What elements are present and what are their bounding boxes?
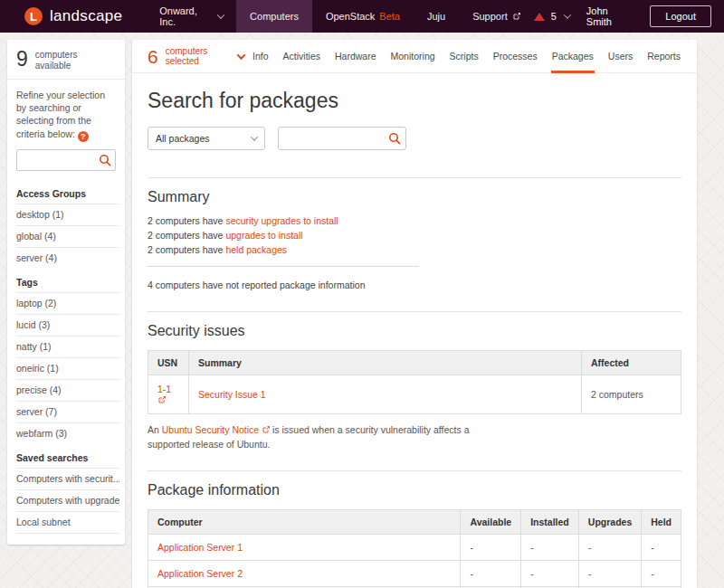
section-tabs: InfoActivitiesHardwareMonitoringScriptsP… [252, 40, 681, 72]
held-cell: - [642, 534, 681, 560]
landscape-logo-text: landscape [50, 7, 122, 25]
top-navigation-bar: L landscape Onward, Inc.ComputersOpenSta… [0, 0, 724, 33]
external-link-icon [262, 426, 270, 433]
tab-processes[interactable]: Processes [492, 40, 538, 73]
sidebar-item-computers-with-upgrades[interactable]: Computers with upgrades [16, 489, 119, 511]
main-panel: 6 computers selected InfoActivitiesHardw… [132, 40, 697, 588]
package-search-input[interactable] [278, 127, 406, 150]
sidebar-item-local-subnet[interactable]: Local subnet [16, 511, 119, 534]
sidebar-item-server-7[interactable]: server (7) [16, 401, 119, 422]
affected-cell: 2 computers [582, 375, 681, 414]
logout-button[interactable]: Logout [650, 5, 711, 27]
security-col-summary: Summary [189, 351, 582, 375]
summary-cell: Security Issue 1 [189, 375, 582, 414]
security-table-header-row: USNSummaryAffected [148, 351, 681, 375]
nav-item-juju[interactable]: Juju [414, 0, 459, 33]
alerts-indicator[interactable]: 5 [534, 11, 570, 22]
package-col-installed: Installed [521, 509, 579, 534]
sidebar-item-webfarm-3[interactable]: webfarm (3) [16, 422, 119, 444]
package-type-select[interactable]: All packages [148, 127, 265, 150]
package-col-computer: Computer [148, 509, 461, 534]
usn-link[interactable]: 1-1 [157, 384, 171, 405]
selected-computers-dropdown[interactable]: 6 computers selected [148, 46, 244, 67]
security-col-affected: Affected [582, 351, 681, 375]
nav-item-support[interactable]: Support [459, 0, 534, 33]
summary-lines: 2 computers have security upgrades to in… [148, 214, 681, 257]
package-information-heading: Package information [148, 482, 681, 498]
nav-item-computers[interactable]: Computers [236, 0, 312, 33]
sidebar-item-natty-1[interactable]: natty (1) [16, 336, 119, 357]
summary-link-upgrades-to-install[interactable]: upgrades to install [225, 230, 302, 241]
sidebar-item-global-4[interactable]: global (4) [16, 225, 119, 247]
selection-header: 6 computers selected InfoActivitiesHardw… [132, 40, 697, 73]
beta-badge: Beta [379, 11, 400, 22]
tab-hardware[interactable]: Hardware [334, 40, 377, 73]
divider [148, 177, 681, 178]
package-table-header-row: ComputerAvailableInstalledUpgradesHeld [148, 509, 681, 534]
tab-users[interactable]: Users [607, 40, 634, 73]
tab-info[interactable]: Info [252, 40, 270, 73]
package-type-selected-value: All packages [156, 133, 210, 144]
sidebar-item-laptop-2[interactable]: laptop (2) [16, 292, 119, 314]
summary-line: 2 computers have upgrades to install [148, 229, 681, 243]
nav-item-openstack[interactable]: OpenStackBeta [312, 0, 414, 33]
summary-link-security-upgrades-to-install[interactable]: security upgrades to install [225, 215, 338, 226]
sidebar-item-desktop-1[interactable]: desktop (1) [16, 204, 119, 225]
external-link-icon [513, 13, 520, 20]
summary-heading: Summary [148, 189, 681, 205]
package-table-row: Application Server 2---- [148, 560, 681, 586]
security-issues-heading: Security issues [148, 323, 681, 339]
search-icon[interactable] [99, 154, 111, 166]
nav-item-onward-inc[interactable]: Onward, Inc. [146, 0, 236, 33]
landscape-logo[interactable]: L landscape [0, 0, 146, 33]
divider [148, 266, 419, 267]
tab-monitoring[interactable]: Monitoring [390, 40, 436, 73]
available-computers-count: 9 computers available [7, 40, 125, 80]
package-col-upgrades: Upgrades [578, 509, 641, 534]
sidebar-item-lucid-3[interactable]: lucid (3) [16, 314, 119, 336]
nav-item-label: Onward, Inc. [159, 5, 211, 27]
sidebar-item-computers-with-securit[interactable]: Computers with securit... [16, 468, 119, 489]
tab-activities[interactable]: Activities [282, 40, 321, 73]
tab-reports[interactable]: Reports [646, 40, 681, 73]
computer-link-application-server-2[interactable]: Application Server 2 [157, 568, 243, 579]
computer-cell: Application Server 2 [148, 560, 461, 586]
usn-cell: 1-1 [148, 375, 189, 414]
tab-scripts[interactable]: Scripts [449, 40, 480, 73]
available-cell: - [461, 534, 521, 560]
package-search [278, 127, 406, 150]
security-col-usn: USN [148, 351, 189, 375]
alerts-count: 5 [551, 11, 557, 22]
sidebar-section-title-tags: Tags [7, 269, 125, 292]
available-count-number: 9 [16, 48, 28, 71]
sidebar-section-title-saved-searches: Saved searches [7, 444, 125, 468]
summary-line: 2 computers have held packages [148, 243, 681, 258]
divider [148, 470, 681, 471]
tab-packages[interactable]: Packages [551, 40, 595, 73]
computers-sidebar: 9 computers available Refine your select… [7, 40, 125, 545]
alert-triangle-icon [534, 13, 545, 21]
package-table-row: Application Server 1---- [148, 534, 681, 560]
security-issue-link[interactable]: Security Issue 1 [198, 389, 266, 400]
sidebar-section-title-access-groups: Access Groups [7, 180, 125, 204]
sidebar-item-oneiric-1[interactable]: oneiric (1) [16, 357, 119, 379]
computer-link-application-server-1[interactable]: Application Server 1 [157, 542, 243, 553]
available-cell: - [461, 560, 521, 586]
sidebar-item-precise-4[interactable]: precise (4) [16, 379, 119, 401]
package-col-available: Available [461, 509, 521, 534]
ubuntu-security-notice-link[interactable]: Ubuntu Security Notice [162, 424, 270, 435]
available-count-label: computers available [35, 48, 91, 71]
package-information-table: ComputerAvailableInstalledUpgradesHeld A… [148, 509, 681, 588]
sidebar-item-server-4[interactable]: server (4) [16, 247, 119, 269]
summary-link-held-packages[interactable]: held packages [225, 244, 287, 255]
external-link-icon [158, 396, 166, 403]
user-name: John Smith [586, 5, 634, 27]
page-content: 9 computers available Refine your select… [0, 33, 724, 588]
summary-line: 2 computers have security upgrades to in… [148, 214, 681, 229]
help-icon[interactable]: ? [78, 131, 89, 142]
primary-nav: Onward, Inc.ComputersOpenStackBetaJujuSu… [146, 0, 533, 33]
topbar-right: 5 John Smith Logout [534, 0, 724, 33]
search-icon[interactable] [388, 132, 401, 145]
security-table-row: 1-1 Security Issue 12 computers [148, 375, 681, 414]
chevron-down-icon [216, 11, 224, 18]
